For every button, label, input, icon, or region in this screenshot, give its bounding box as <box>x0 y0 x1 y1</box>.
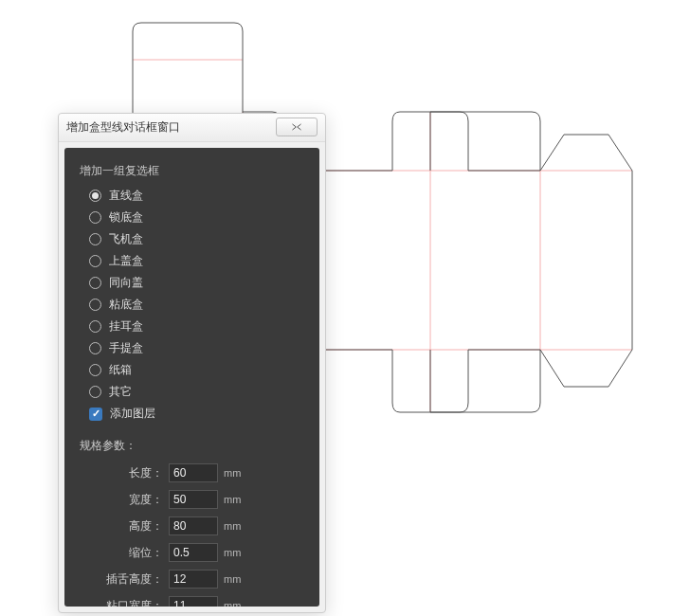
width-input[interactable] <box>169 490 218 509</box>
radio-label: 飞机盒 <box>109 231 143 247</box>
dialog-titlebar[interactable]: 增加盒型线对话框窗口 <box>59 114 325 142</box>
radio-label: 挂耳盒 <box>109 318 143 335</box>
radio-icon <box>89 364 101 376</box>
unit-label: mm <box>224 494 243 505</box>
radio-icon <box>89 277 101 289</box>
box-dialog: 增加盒型线对话框窗口 增加一组复选框 直线盒锁底盒飞机盒上盖盒同向盖粘底盒挂耳盒… <box>58 113 326 613</box>
dialog-body: 增加一组复选框 直线盒锁底盒飞机盒上盖盒同向盖粘底盒挂耳盒手提盒纸箱其它 ✓ 添… <box>64 148 319 607</box>
param-label: 缩位： <box>80 545 163 561</box>
radio-label: 同向盖 <box>109 275 143 291</box>
radio-label: 直线盒 <box>109 188 143 204</box>
add-layer-checkbox[interactable]: ✓ 添加图层 <box>80 403 310 425</box>
radio-icon <box>89 190 101 202</box>
param-label: 插舌高度： <box>80 571 163 588</box>
radio-label: 纸箱 <box>109 362 132 378</box>
unit-label: mm <box>224 573 243 585</box>
boxtype-radio[interactable]: 同向盖 <box>80 272 310 294</box>
param-glue-width: 粘口宽度： mm <box>80 592 310 607</box>
param-offset: 缩位： mm <box>80 539 310 566</box>
height-input[interactable] <box>169 516 218 535</box>
unit-label: mm <box>224 467 243 479</box>
offset-input[interactable] <box>169 543 218 562</box>
boxtype-radio[interactable]: 直线盒 <box>80 185 310 207</box>
param-height: 高度： mm <box>80 513 310 539</box>
radio-label: 其它 <box>109 384 132 400</box>
param-label: 高度： <box>80 518 163 534</box>
tuck-height-input[interactable] <box>169 570 218 589</box>
param-length: 长度： mm <box>80 460 310 486</box>
unit-label: mm <box>224 520 243 532</box>
param-label: 长度： <box>80 465 163 481</box>
radio-icon <box>89 386 101 398</box>
group-label: 增加一组复选框 <box>80 163 310 179</box>
boxtype-radio[interactable]: 纸箱 <box>80 359 310 381</box>
glue-width-input[interactable] <box>169 596 218 607</box>
boxtype-radio[interactable]: 锁底盒 <box>80 207 310 228</box>
boxtype-radio-group: 直线盒锁底盒飞机盒上盖盒同向盖粘底盒挂耳盒手提盒纸箱其它 <box>80 185 310 403</box>
radio-icon <box>89 342 101 354</box>
radio-label: 上盖盒 <box>109 253 143 269</box>
radio-icon <box>89 255 101 267</box>
radio-icon <box>89 320 101 333</box>
dialog-title: 增加盒型线对话框窗口 <box>66 119 180 136</box>
radio-icon <box>89 299 101 311</box>
close-icon <box>290 122 303 132</box>
boxtype-radio[interactable]: 粘底盒 <box>80 294 310 316</box>
checkmark-icon: ✓ <box>89 408 102 421</box>
radio-icon <box>89 233 101 245</box>
unit-label: mm <box>224 547 243 558</box>
radio-icon <box>89 211 101 224</box>
boxtype-radio[interactable]: 其它 <box>80 381 310 403</box>
param-label: 粘口宽度： <box>80 598 163 607</box>
close-button[interactable] <box>276 118 318 136</box>
spec-label: 规格参数： <box>80 438 310 454</box>
param-width: 宽度： mm <box>80 486 310 513</box>
param-label: 宽度： <box>80 492 163 508</box>
boxtype-radio[interactable]: 手提盒 <box>80 337 310 359</box>
radio-label: 手提盒 <box>109 340 143 356</box>
radio-label: 粘底盒 <box>109 297 143 313</box>
length-input[interactable] <box>169 463 218 482</box>
add-layer-label: 添加图层 <box>110 406 155 422</box>
boxtype-radio[interactable]: 飞机盒 <box>80 228 310 250</box>
radio-label: 锁底盒 <box>109 209 143 226</box>
boxtype-radio[interactable]: 挂耳盒 <box>80 316 310 337</box>
boxtype-radio[interactable]: 上盖盒 <box>80 250 310 272</box>
unit-label: mm <box>224 600 243 607</box>
param-tuck-height: 插舌高度： mm <box>80 566 310 592</box>
